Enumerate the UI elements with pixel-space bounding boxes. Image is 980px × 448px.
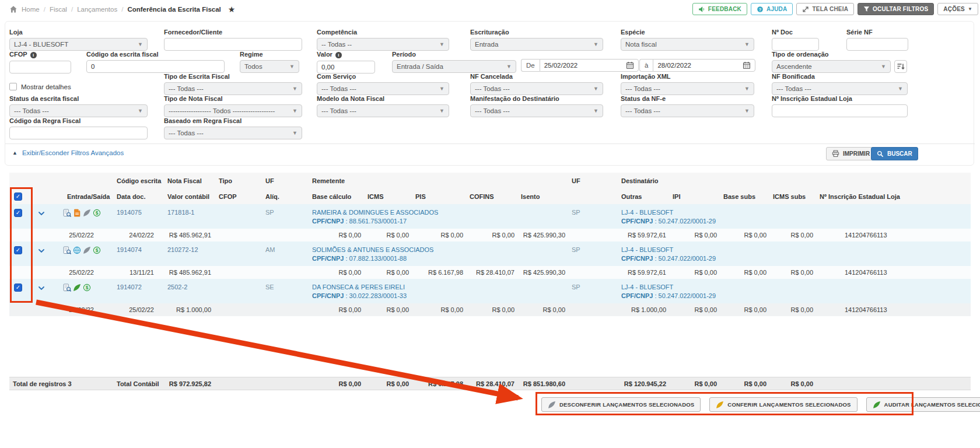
filter-codigo-escrita-input[interactable]: [86, 60, 225, 73]
filter-competencia-select[interactable]: -- Todas --▼: [317, 38, 449, 51]
quill-icon[interactable]: [83, 246, 91, 254]
filter-loja-select[interactable]: LJ-4 - BLUESOFT▼: [9, 38, 148, 51]
conferir-label: CONFERIR LANÇAMENTOS SELECIONADOS: [727, 401, 850, 408]
row-checkbox[interactable]: ✓: [14, 246, 22, 254]
info-icon[interactable]: i: [335, 52, 342, 58]
filter-ndoc-label: Nº Doc: [772, 29, 819, 36]
tela-cheia-button[interactable]: TELA CHEIA: [796, 3, 854, 15]
buscar-button[interactable]: BUSCAR: [871, 147, 918, 160]
filter-ordenacao-label: Tipo de ordenação: [772, 51, 908, 58]
breadcrumb-fiscal[interactable]: Fiscal: [50, 6, 67, 13]
expand-chevron-icon[interactable]: [38, 212, 44, 215]
filter-importacao-xml-label: Importação XML: [621, 73, 754, 80]
filter-nf-bonificada-select[interactable]: --- Todas ---▼: [772, 82, 908, 95]
quill-icon[interactable]: [73, 284, 81, 292]
breadcrumb-home[interactable]: Home: [22, 6, 40, 13]
desconferir-button[interactable]: DESCONFERIR LANÇAMENTOS SELECIONADOS: [541, 397, 701, 412]
filter-status-escrita-select[interactable]: --- Todas ---▼: [9, 104, 148, 117]
icms-subs-value: R$ 0,00: [770, 229, 817, 242]
filter-manifestacao: Manifestação do Destinatário --- Todas -…: [470, 95, 603, 117]
filter-baseado-regra-select[interactable]: --- Todas ---▼: [164, 127, 302, 139]
date-from-input[interactable]: 25/02/2022: [540, 59, 639, 72]
auditar-button[interactable]: AUDITAR LANÇAMENTOS SELECIONADOS: [866, 397, 980, 412]
filter-fornecedor-input[interactable]: [164, 38, 302, 51]
outras-value: R$ 1.000,00: [618, 303, 670, 316]
acoes-button[interactable]: AÇÕES ▼: [937, 3, 978, 15]
filter-periodo-select[interactable]: Entrada / Saída▼: [392, 60, 516, 73]
date-to-input[interactable]: 28/02/2022: [653, 59, 755, 72]
pis-value: R$ 6.167,98: [412, 266, 467, 279]
filter-especie-select[interactable]: Nota fiscal▼: [621, 38, 754, 51]
filter-regime-select[interactable]: Todos▼: [240, 60, 299, 73]
chevron-down-icon: ▼: [290, 86, 298, 92]
filter-codigo-escrita: Código da escrita fiscal: [86, 51, 225, 73]
filter-nf-cancelada-select[interactable]: --- Todas ---▼: [470, 82, 603, 95]
feedback-label: FEEDBACK: [708, 6, 741, 12]
filter-status-escrita: Status da escrita fiscal --- Todas ---▼: [9, 95, 148, 117]
nota-fiscal-value: 171818-1: [164, 204, 216, 229]
cpf-cnpj-label: CPF/CNPJ: [621, 218, 653, 225]
chevron-down-icon: ▼: [742, 86, 750, 92]
filter-escrituracao-select[interactable]: Entrada▼: [470, 38, 603, 51]
codigo-escrita-link[interactable]: 1914074: [114, 242, 164, 266]
filter-ndoc-input[interactable]: [772, 38, 819, 51]
filter-ordenacao-select[interactable]: Ascendente▼: [772, 60, 891, 73]
filter-modelo-nota-select[interactable]: --- Todas ---▼: [317, 104, 449, 117]
remetente-cnpj: 30.022.283/0001-33: [344, 292, 407, 299]
document-search-icon[interactable]: [63, 284, 71, 292]
chevron-down-icon: ▼: [135, 41, 143, 47]
calendar-icon[interactable]: [626, 61, 634, 69]
base-calculo-value: R$ 0,00: [309, 229, 365, 242]
toggle-advanced-filters-link[interactable]: Exibir/Esconder Filtros Avançados: [22, 149, 124, 156]
data-doc-value: 13/11/21: [114, 266, 164, 279]
select-all-checkbox[interactable]: ✓: [14, 192, 22, 201]
filter-mostrar-detalhes[interactable]: Mostrar detalhes: [9, 83, 71, 90]
codigo-escrita-link[interactable]: 1914075: [114, 204, 164, 229]
dollar-icon[interactable]: [93, 246, 101, 254]
filter-tipo-escrita-select[interactable]: --- Todas ---▼: [164, 82, 302, 95]
filter-codigo-regra-input[interactable]: [9, 127, 148, 139]
quill-icon[interactable]: [83, 209, 91, 217]
dollar-icon[interactable]: [93, 209, 101, 217]
ajuda-button[interactable]: AJUDA: [751, 3, 793, 15]
sort-order-button[interactable]: [894, 60, 907, 73]
checkbox-unchecked[interactable]: [9, 83, 17, 90]
total-icms-subs: R$ 0,00: [770, 377, 817, 390]
document-search-icon[interactable]: [63, 209, 71, 217]
filter-serie-nf-input[interactable]: [846, 38, 908, 51]
ipi-value: R$ 0,00: [670, 229, 720, 242]
filter-valor-input[interactable]: [317, 61, 375, 74]
filter-com-servico-select[interactable]: --- Todas ---▼: [317, 82, 449, 95]
dollar-icon[interactable]: [83, 284, 91, 292]
filter-cfop-input[interactable]: [9, 61, 71, 74]
total-base-subs: R$ 0,00: [720, 377, 770, 390]
imprimir-button[interactable]: IMPRIMIR: [826, 147, 876, 160]
row-checkbox[interactable]: ✓: [14, 284, 22, 292]
info-icon[interactable]: i: [30, 52, 37, 58]
favorite-star-icon[interactable]: ★: [228, 5, 236, 13]
row-checkbox[interactable]: ✓: [14, 209, 22, 217]
expand-chevron-icon[interactable]: [38, 249, 44, 253]
feedback-button[interactable]: FEEDBACK: [692, 3, 747, 15]
globe-icon[interactable]: [73, 246, 81, 254]
filter-tipo-nota-select[interactable]: ------------------- Todos --------------…: [164, 104, 302, 117]
document-search-icon[interactable]: [63, 246, 71, 254]
breadcrumb-lancamentos[interactable]: Lançamentos: [77, 6, 117, 13]
total-pis: R$ 6.167,98: [412, 377, 467, 390]
filter-importacao-xml-select[interactable]: --- Todas ---▼: [621, 82, 754, 95]
ocultar-filtros-button[interactable]: OCULTAR FILTROS: [858, 3, 934, 15]
filter-codigo-regra-label: Código da Regra Fiscal: [9, 117, 148, 124]
codigo-escrita-link[interactable]: 1914072: [114, 279, 164, 303]
filter-manifestacao-select[interactable]: --- Todas ---▼: [470, 104, 603, 117]
expand-chevron-icon[interactable]: [38, 286, 44, 290]
valor-contabil-value: R$ 485.962,91: [164, 266, 216, 279]
icms-value: R$ 0,00: [365, 303, 412, 316]
xml-file-icon[interactable]: [73, 209, 81, 217]
filter-nf-cancelada-value: --- Todas ---: [475, 85, 510, 92]
filter-baseado-regra-label: Baseado em Regra Fiscal: [164, 117, 302, 124]
conferir-button[interactable]: CONFERIR LANÇAMENTOS SELECIONADOS: [709, 397, 857, 412]
calendar-icon[interactable]: [743, 61, 751, 69]
filter-ie-loja-input[interactable]: [772, 104, 908, 117]
col-ie-loja: Nº Inscrição Estadual Loja: [817, 189, 971, 204]
filter-status-nfe-select[interactable]: --- Todas ---▼: [621, 104, 754, 117]
